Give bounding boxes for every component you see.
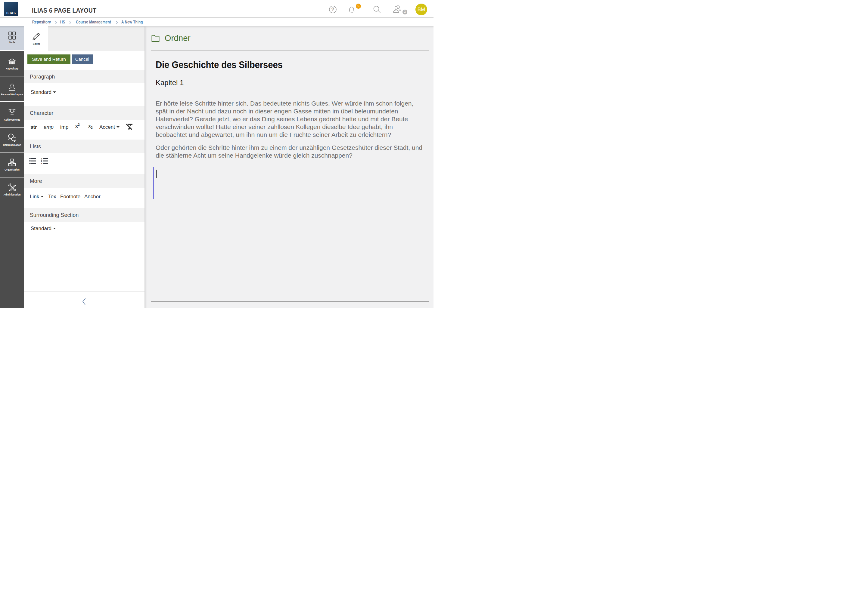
svg-text:?: ? <box>331 6 334 12</box>
svg-text:3: 3 <box>41 162 42 165</box>
